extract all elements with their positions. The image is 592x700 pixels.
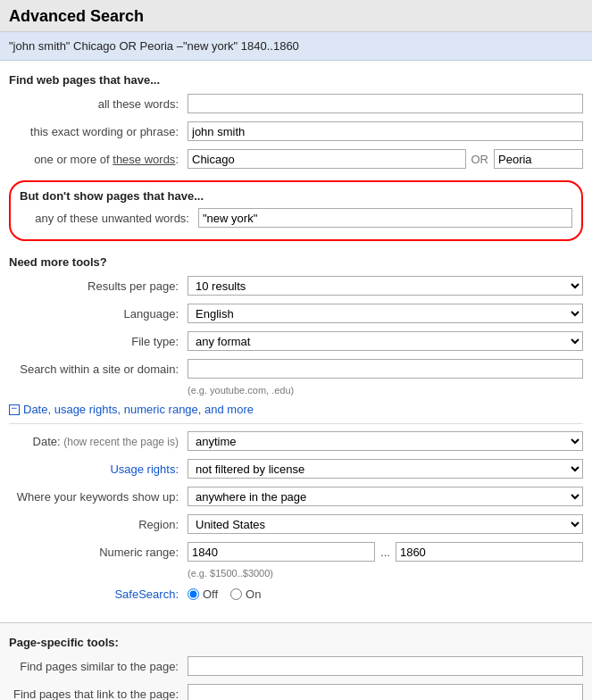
keywords-location-row: Where your keywords show up: anywhere in… (9, 485, 583, 508)
numeric-range-row: Numeric range: ... (9, 540, 583, 563)
site-search-row: Search within a site or domain: (9, 357, 583, 380)
site-search-label: Search within a site or domain: (9, 362, 188, 376)
region-select[interactable]: United States (188, 514, 583, 534)
find-section: Find web pages that have... all these wo… (0, 61, 592, 615)
or-second-input[interactable] (494, 149, 583, 169)
all-words-input[interactable] (188, 94, 583, 113)
find-similar-row: Find pages similar to the page: (9, 654, 583, 678)
results-per-page-row: Results per page: 10 results 20 results … (9, 274, 583, 297)
dont-show-section: But don't show pages that have... any of… (9, 180, 583, 241)
safesearch-row: SafeSearch: Off On (9, 582, 583, 605)
keywords-location-select[interactable]: anywhere in the page in the title of the… (188, 487, 583, 506)
range-separator: ... (380, 546, 390, 559)
exact-wording-row: this exact wording or phrase: (9, 120, 583, 143)
language-select[interactable]: English (188, 304, 583, 323)
safesearch-off-radio[interactable] (188, 588, 199, 600)
need-more-tools-header: Need more tools? (9, 255, 583, 269)
dont-show-header: But don't show pages that have... (20, 189, 572, 203)
more-tools-link[interactable]: Date, usage rights, numeric range, and m… (9, 403, 254, 416)
safesearch-on-label: On (246, 588, 261, 601)
usage-rights-select[interactable]: not filtered by license free to use or s… (188, 459, 583, 479)
site-search-hint: (e.g. youtube.com, .edu) (188, 385, 583, 396)
file-type-select[interactable]: any format (188, 331, 583, 351)
all-words-row: all these words: (9, 92, 583, 115)
usage-rights-row: Usage rights: not filtered by license fr… (9, 457, 583, 480)
safesearch-on-option[interactable]: On (230, 588, 261, 601)
unwanted-words-input[interactable] (198, 208, 572, 228)
numeric-range-to-input[interactable] (396, 542, 583, 562)
safesearch-options: Off On (188, 588, 261, 601)
page-specific-section: Page-specific tools: Find pages similar … (0, 622, 592, 700)
numeric-range-from-input[interactable] (188, 542, 375, 562)
safesearch-link[interactable]: SafeSearch: (114, 588, 179, 601)
one-or-more-row: one or more of these words: OR (9, 147, 583, 171)
file-type-row: File type: any format (9, 329, 583, 353)
find-linking-row: Find pages that link to the page: (9, 682, 583, 700)
safesearch-on-radio[interactable] (230, 588, 242, 600)
one-or-more-input[interactable] (188, 149, 466, 169)
query-text: "john smith" Chicago OR Peoria –"new yor… (9, 39, 299, 53)
main-content: Find web pages that have... all these wo… (0, 61, 592, 700)
page-title-bar: Advanced Search (0, 0, 592, 32)
find-similar-label: Find pages similar to the page: (9, 660, 188, 673)
results-per-page-select[interactable]: 10 results 20 results 30 results 50 resu… (188, 276, 583, 296)
more-tools-link-label: Date, usage rights, numeric range, and m… (23, 403, 254, 416)
page-specific-header: Page-specific tools: (9, 636, 583, 649)
collapse-icon (9, 404, 20, 415)
section-divider (9, 423, 583, 424)
language-row: Language: English (9, 302, 583, 325)
unwanted-words-label: any of these unwanted words: (20, 212, 198, 225)
find-linking-label: Find pages that link to the page: (9, 688, 188, 701)
results-per-page-label: Results per page: (9, 279, 188, 293)
numeric-range-label: Numeric range: (9, 546, 188, 559)
exact-wording-label: this exact wording or phrase: (9, 125, 188, 138)
one-or-more-label: one or more of these words: (9, 153, 188, 166)
safesearch-off-option[interactable]: Off (188, 588, 218, 601)
usage-rights-link[interactable]: Usage rights: (110, 462, 179, 476)
find-section-header: Find web pages that have... (9, 73, 583, 87)
numeric-range-hint: (e.g. $1500..$3000) (188, 568, 583, 579)
file-type-label: File type: (9, 335, 188, 348)
site-search-input[interactable] (188, 359, 583, 379)
date-row: Date: (how recent the page is) anytime p… (9, 429, 583, 453)
region-row: Region: United States (9, 512, 583, 536)
date-label: Date: (how recent the page is) (9, 435, 188, 448)
find-similar-input[interactable] (188, 656, 583, 676)
exact-wording-input[interactable] (188, 121, 583, 141)
region-label: Region: (9, 518, 188, 531)
or-separator: OR (471, 153, 489, 166)
query-bar: "john smith" Chicago OR Peoria –"new yor… (0, 32, 592, 61)
unwanted-words-row: any of these unwanted words: (20, 206, 572, 229)
safesearch-off-label: Off (203, 588, 218, 601)
need-more-tools-section: Need more tools? Results per page: 10 re… (9, 255, 583, 396)
keywords-location-label: Where your keywords show up: (9, 490, 188, 504)
date-select[interactable]: anytime past 24 hours past week past mon… (188, 431, 583, 451)
safesearch-label: SafeSearch: (9, 588, 188, 601)
page-title: Advanced Search (9, 7, 583, 26)
all-words-label: all these words: (9, 97, 188, 111)
find-linking-input[interactable] (188, 684, 583, 700)
language-label: Language: (9, 307, 188, 321)
usage-rights-label: Usage rights: (9, 462, 188, 476)
